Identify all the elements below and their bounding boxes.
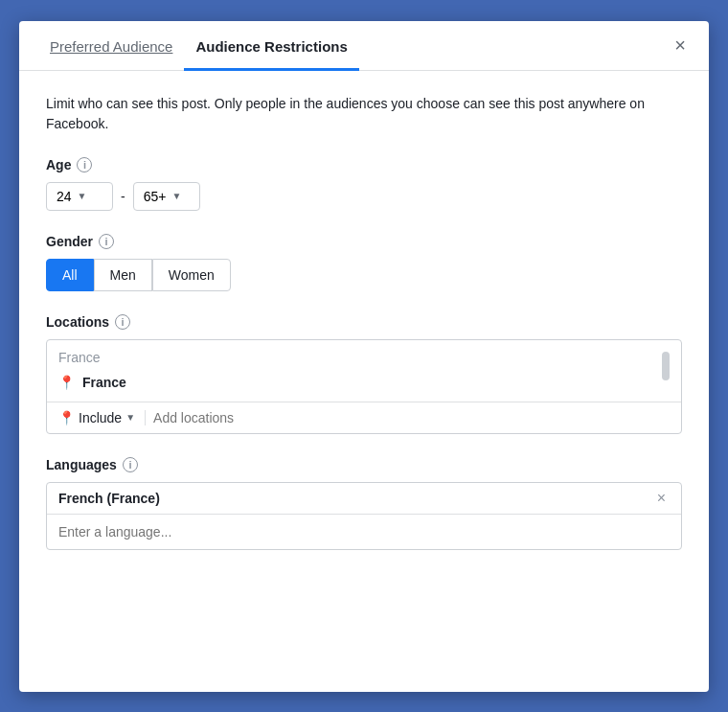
age-min-chevron: ▼ xyxy=(78,191,87,201)
gender-buttons: All Men Women xyxy=(46,259,682,291)
pin-icon: 📍 xyxy=(58,375,75,390)
include-dropdown[interactable]: 📍 Include ▼ xyxy=(58,410,146,425)
include-label: Include xyxy=(79,410,122,425)
locations-list[interactable]: France 📍 France xyxy=(47,340,681,402)
locations-label: Locations i xyxy=(46,314,682,330)
modal-header: Preferred Audience Audience Restrictions… xyxy=(19,21,709,71)
age-max-value: 65+ xyxy=(144,189,167,204)
include-chevron-icon: ▼ xyxy=(125,412,135,423)
modal-body: Limit who can see this post. Only people… xyxy=(19,71,709,581)
modal-overlay: Preferred Audience Audience Restrictions… xyxy=(0,0,728,712)
languages-section: Languages i French (France) × xyxy=(46,457,682,550)
tab-preferred-audience[interactable]: Preferred Audience xyxy=(38,21,184,71)
locations-section: Locations i France 📍 France xyxy=(46,314,682,434)
gender-btn-women[interactable]: Women xyxy=(152,259,231,291)
age-max-select[interactable]: 65+ ▼ xyxy=(133,182,200,211)
age-info-icon[interactable]: i xyxy=(77,157,92,172)
location-name: France xyxy=(82,375,126,390)
language-input[interactable] xyxy=(47,515,681,549)
locations-label-text: Locations xyxy=(46,314,109,330)
languages-info-icon[interactable]: i xyxy=(123,457,138,472)
language-tag-close-button[interactable]: × xyxy=(653,491,670,506)
age-label: Age i xyxy=(46,157,682,172)
locations-list-inner: France 📍 France xyxy=(58,348,670,394)
location-item-france: 📍 France xyxy=(58,371,650,394)
gender-label: Gender i xyxy=(46,234,682,249)
gender-label-text: Gender xyxy=(46,234,93,249)
age-dash: - xyxy=(121,189,125,204)
age-max-chevron: ▼ xyxy=(171,191,181,201)
tab-audience-restrictions[interactable]: Audience Restrictions xyxy=(184,21,358,71)
languages-label-text: Languages xyxy=(46,457,117,472)
age-row: 24 ▼ - 65+ ▼ xyxy=(46,182,682,211)
languages-label: Languages i xyxy=(46,457,682,472)
gender-btn-all[interactable]: All xyxy=(46,259,94,291)
language-tag-row: French (France) × xyxy=(47,483,681,515)
age-min-select[interactable]: 24 ▼ xyxy=(46,182,113,211)
location-search-text: France xyxy=(58,348,650,367)
close-button[interactable]: × xyxy=(667,32,694,58)
add-locations-input[interactable] xyxy=(153,410,670,425)
gender-section: Gender i All Men Women xyxy=(46,234,682,291)
modal-description: Limit who can see this post. Only people… xyxy=(46,94,682,134)
age-label-text: Age xyxy=(46,157,71,172)
locations-info-icon[interactable]: i xyxy=(115,314,130,330)
locations-box: France 📍 France 📍 Include ▼ xyxy=(46,339,682,434)
language-tag-french: French (France) xyxy=(58,491,160,506)
modal-dialog: Preferred Audience Audience Restrictions… xyxy=(19,21,709,692)
gender-info-icon[interactable]: i xyxy=(99,234,114,249)
locations-input-row: 📍 Include ▼ xyxy=(47,402,681,433)
gender-btn-men[interactable]: Men xyxy=(94,259,152,291)
languages-box: French (France) × xyxy=(46,482,682,550)
age-min-value: 24 xyxy=(57,189,72,204)
include-pin-icon: 📍 xyxy=(58,410,75,425)
age-section: Age i 24 ▼ - 65+ ▼ xyxy=(46,157,682,211)
scrollbar-thumb[interactable] xyxy=(662,352,670,380)
